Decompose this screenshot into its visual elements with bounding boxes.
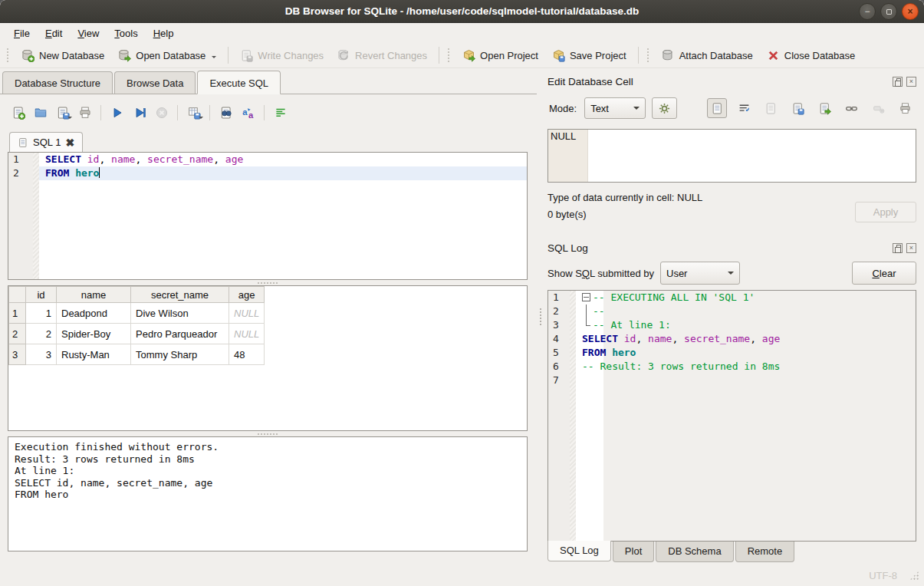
menu-file[interactable]: File (6, 25, 38, 41)
table-cell[interactable]: Pedro Parqueador (131, 324, 229, 344)
log-line[interactable]: 3-- At line 1: (548, 318, 916, 332)
tab-execute-sql[interactable]: Execute SQL (197, 71, 281, 94)
tab-sql-log[interactable]: SQL Log (547, 541, 611, 561)
table-cell[interactable]: Tommy Sharp (131, 344, 229, 365)
format-sql-button[interactable] (238, 103, 258, 123)
float-dock-button[interactable] (893, 77, 903, 87)
table-cell[interactable]: Deadpond (57, 303, 131, 324)
table-row[interactable]: 22Spider-BoyPedro ParqueadorNULL (9, 324, 265, 344)
text-view-button[interactable] (707, 98, 727, 118)
find-button[interactable] (215, 103, 236, 123)
column-header-secret-name[interactable]: secret_name (131, 287, 229, 303)
cell-word-wrap-button[interactable] (734, 98, 754, 118)
close-button[interactable]: × (902, 3, 919, 20)
row-header-cell[interactable]: 3 (9, 344, 26, 365)
log-line[interactable]: 5FROM hero (548, 346, 916, 360)
table-cell[interactable]: Spider-Boy (57, 324, 131, 344)
tab-database-structure[interactable]: Database Structure (2, 71, 113, 94)
open-external-button[interactable] (841, 98, 861, 118)
menu-tools[interactable]: Tools (107, 25, 145, 41)
sql-editor[interactable]: 1SELECT id, name, secret_name, age2FROM … (8, 152, 528, 280)
sql-editor-tab[interactable]: SQL 1 ✖ (9, 132, 83, 153)
editor-line[interactable]: 1SELECT id, name, secret_name, age (8, 153, 527, 166)
close-sql-tab-icon[interactable]: ✖ (65, 137, 74, 148)
print-cell-button[interactable] (895, 98, 915, 118)
column-header-name[interactable]: name (57, 287, 131, 303)
save-results-button[interactable] (183, 103, 204, 123)
log-line[interactable]: 6-- Result: 3 rows returned in 8ms (548, 360, 916, 374)
results-grid[interactable]: id name secret_name age 11DeadpondDive W… (8, 285, 528, 431)
table-cell[interactable]: NULL (229, 324, 265, 344)
table-cell[interactable]: 1 (26, 303, 57, 324)
table-cell[interactable]: Rusty-Man (57, 344, 131, 365)
tab-plot[interactable]: Plot (613, 542, 654, 562)
export-cell-button[interactable] (814, 98, 834, 118)
table-cell[interactable]: 2 (26, 324, 57, 344)
open-database-dropdown-icon[interactable] (212, 56, 216, 61)
open-database-button[interactable]: Open Database (111, 46, 223, 65)
fold-collapse-icon[interactable] (582, 293, 590, 301)
table-cell[interactable]: Dive Wilson (131, 303, 229, 324)
print-sql-button[interactable] (74, 103, 95, 123)
tab-remote[interactable]: Remote (735, 542, 795, 562)
close-dock-button[interactable]: × (906, 243, 916, 253)
open-project-button[interactable]: Open Project (455, 46, 545, 65)
code-token: FROM (582, 347, 606, 358)
save-results-dropdown-icon[interactable] (199, 117, 203, 121)
menu-help[interactable]: Help (146, 25, 182, 41)
row-header-cell[interactable]: 1 (9, 303, 26, 324)
attach-database-button[interactable]: Attach Database (655, 46, 760, 65)
submitted-by-select[interactable]: User (660, 262, 740, 285)
log-line[interactable]: 2-- (548, 305, 916, 318)
splitter-handle[interactable] (8, 280, 528, 285)
log-line[interactable]: 1-- EXECUTING ALL IN 'SQL 1' (548, 291, 916, 305)
cell-value-editor[interactable]: NULL (547, 129, 916, 183)
log-line[interactable]: 4SELECT id, name, secret_name, age (548, 332, 916, 346)
sql-log-view[interactable]: 1-- EXECUTING ALL IN 'SQL 1'2--3-- At li… (547, 290, 916, 542)
vertical-splitter[interactable] (537, 68, 544, 565)
table-cell[interactable]: 48 (229, 344, 265, 365)
save-sql-dropdown-icon[interactable] (67, 117, 72, 121)
open-sql-file-button[interactable] (30, 103, 51, 123)
execute-all-button[interactable] (107, 103, 127, 123)
table-row[interactable]: 33Rusty-ManTommy Sharp48 (9, 344, 265, 365)
cell-text-area[interactable] (588, 130, 916, 182)
clear-log-button[interactable]: Clear (852, 262, 916, 285)
close-dock-button[interactable]: × (906, 77, 916, 87)
edit-cell-dock-header[interactable]: Edit Database Cell × (547, 73, 918, 90)
menu-view[interactable]: View (70, 25, 107, 41)
execute-current-line-button[interactable] (129, 103, 150, 123)
close-database-button[interactable]: Close Database (760, 46, 863, 65)
column-header-id[interactable]: id (26, 287, 57, 303)
tab-db-schema[interactable]: DB Schema (656, 542, 733, 562)
new-database-button[interactable]: New Database (15, 46, 111, 65)
float-dock-button[interactable] (893, 243, 903, 253)
tab-browse-data[interactable]: Browse Data (114, 71, 196, 94)
word-wrap-button[interactable] (270, 103, 291, 123)
table-row[interactable]: 11DeadpondDive WilsonNULL (9, 303, 265, 324)
save-sql-file-button[interactable] (52, 103, 73, 123)
splitter-handle[interactable] (8, 431, 528, 436)
toolbar-drag-handle[interactable] (448, 48, 452, 62)
maximize-button[interactable] (880, 3, 897, 20)
minimize-button[interactable]: − (859, 3, 876, 20)
toolbar-drag-handle[interactable] (647, 48, 651, 62)
log-line[interactable]: 7 (548, 374, 916, 387)
menu-edit[interactable]: Edit (38, 25, 70, 41)
titlebar[interactable]: DB Browser for SQLite - /home/user/code/… (0, 0, 924, 23)
table-cell[interactable]: NULL (229, 303, 265, 324)
resize-grip-icon[interactable] (909, 571, 919, 581)
new-sql-tab-button[interactable] (8, 103, 28, 123)
toolbar-drag-handle[interactable] (7, 48, 11, 62)
column-header-age[interactable]: age (229, 287, 265, 303)
mode-select[interactable]: Text (584, 97, 646, 119)
corner-header-cell[interactable] (9, 287, 26, 303)
save-cell-button[interactable] (788, 98, 807, 118)
table-cell[interactable]: 3 (26, 344, 57, 365)
editor-line[interactable]: 2FROM hero (8, 166, 527, 180)
execution-message[interactable]: Execution finished without errors.Result… (8, 436, 528, 551)
configure-mode-button[interactable] (652, 97, 677, 119)
row-header-cell[interactable]: 2 (9, 324, 26, 344)
sql-log-dock-header[interactable]: SQL Log × (547, 239, 918, 256)
save-project-button[interactable]: Save Project (545, 46, 633, 65)
